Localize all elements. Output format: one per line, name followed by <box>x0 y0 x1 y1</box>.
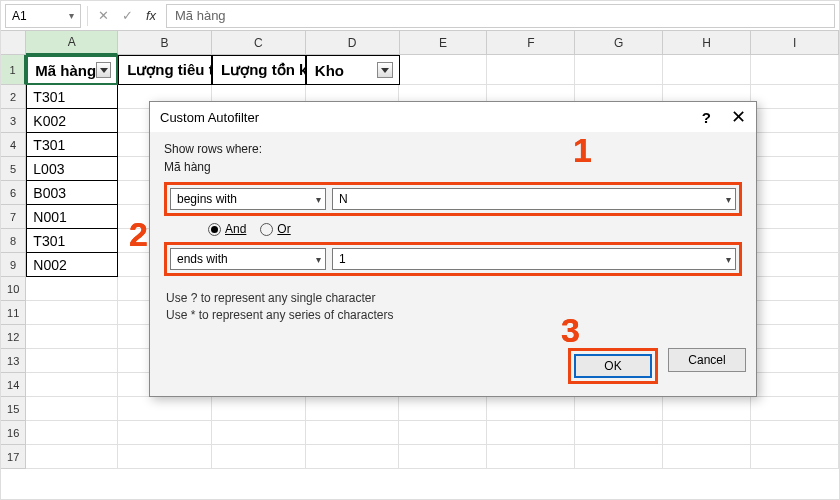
row-head-11[interactable]: 11 <box>1 301 26 325</box>
cell-A1[interactable]: Mã hàng <box>26 55 118 85</box>
cell[interactable] <box>751 85 839 109</box>
cell[interactable] <box>212 397 306 421</box>
cell-A6[interactable]: B003 <box>26 181 118 205</box>
filter-button[interactable] <box>96 62 111 78</box>
cell[interactable] <box>26 421 118 445</box>
cell[interactable] <box>751 133 839 157</box>
cell[interactable] <box>400 55 488 85</box>
cell[interactable] <box>306 397 400 421</box>
select-all-corner[interactable] <box>1 31 26 55</box>
cell[interactable] <box>751 157 839 181</box>
cell-A9[interactable]: N002 <box>26 253 118 277</box>
row-head-7[interactable]: 7 <box>1 205 26 229</box>
cancel-button[interactable]: Cancel <box>668 348 746 372</box>
cell[interactable] <box>26 445 118 469</box>
row-head-10[interactable]: 10 <box>1 277 26 301</box>
cell[interactable] <box>26 277 118 301</box>
cancel-formula-icon[interactable]: ✕ <box>94 7 112 25</box>
row-head-15[interactable]: 15 <box>1 397 26 421</box>
cell[interactable] <box>575 421 663 445</box>
or-radio[interactable]: Or <box>260 222 290 236</box>
row-head-4[interactable]: 4 <box>1 133 26 157</box>
cell[interactable] <box>26 301 118 325</box>
cell[interactable] <box>487 397 575 421</box>
help-button[interactable]: ? <box>702 109 711 126</box>
cell[interactable] <box>663 421 751 445</box>
cell-A4[interactable]: T301 <box>26 133 118 157</box>
cell-C1[interactable]: Lượng tồn kho <box>212 55 306 85</box>
row-head-3[interactable]: 3 <box>1 109 26 133</box>
cell-A7[interactable]: N001 <box>26 205 118 229</box>
col-head-D[interactable]: D <box>306 31 400 55</box>
cell[interactable] <box>306 421 400 445</box>
row-head-12[interactable]: 12 <box>1 325 26 349</box>
cell[interactable] <box>751 109 839 133</box>
and-radio[interactable]: And <box>208 222 246 236</box>
col-head-F[interactable]: F <box>487 31 575 55</box>
formula-input[interactable]: Mã hàng <box>166 4 835 28</box>
dialog-titlebar[interactable]: Custom Autofilter ? ✕ <box>150 102 756 132</box>
cell[interactable] <box>212 445 306 469</box>
cell[interactable] <box>751 277 839 301</box>
col-head-A[interactable]: A <box>26 31 118 55</box>
cell[interactable] <box>575 55 663 85</box>
cell[interactable] <box>399 397 487 421</box>
row-head-9[interactable]: 9 <box>1 253 26 277</box>
cell[interactable] <box>487 445 575 469</box>
cell[interactable] <box>663 397 751 421</box>
col-head-E[interactable]: E <box>400 31 488 55</box>
name-box[interactable]: A1 ▾ <box>5 4 81 28</box>
row-head-1[interactable]: 1 <box>1 55 26 85</box>
cell[interactable] <box>118 397 212 421</box>
cell[interactable] <box>751 349 839 373</box>
col-head-I[interactable]: I <box>751 31 839 55</box>
row-head-8[interactable]: 8 <box>1 229 26 253</box>
row-head-5[interactable]: 5 <box>1 157 26 181</box>
close-button[interactable]: ✕ <box>731 108 746 126</box>
cell[interactable] <box>751 397 839 421</box>
col-head-C[interactable]: C <box>212 31 306 55</box>
cell[interactable] <box>575 397 663 421</box>
cell-D1[interactable]: Kho <box>306 55 400 85</box>
cell[interactable] <box>751 55 839 85</box>
row-head-14[interactable]: 14 <box>1 373 26 397</box>
cell[interactable] <box>26 325 118 349</box>
row-head-17[interactable]: 17 <box>1 445 26 469</box>
row-head-2[interactable]: 2 <box>1 85 26 109</box>
ok-button[interactable]: OK <box>574 354 652 378</box>
cell[interactable] <box>487 55 575 85</box>
row-head-13[interactable]: 13 <box>1 349 26 373</box>
cell[interactable] <box>118 445 212 469</box>
col-head-H[interactable]: H <box>663 31 751 55</box>
cell[interactable] <box>487 421 575 445</box>
cell[interactable] <box>26 349 118 373</box>
fx-icon[interactable]: fx <box>142 8 160 23</box>
row-head-16[interactable]: 16 <box>1 421 26 445</box>
cell[interactable] <box>26 373 118 397</box>
cell[interactable] <box>751 421 839 445</box>
cell-A3[interactable]: K002 <box>26 109 118 133</box>
cell[interactable] <box>399 445 487 469</box>
cell[interactable] <box>118 421 212 445</box>
condition-2-value[interactable]: 1 ▾ <box>332 248 736 270</box>
cell[interactable] <box>751 181 839 205</box>
cell[interactable] <box>751 205 839 229</box>
row-head-6[interactable]: 6 <box>1 181 26 205</box>
cell[interactable] <box>26 397 118 421</box>
cell[interactable] <box>751 229 839 253</box>
cell[interactable] <box>751 301 839 325</box>
enter-formula-icon[interactable]: ✓ <box>118 7 136 25</box>
cell-B1[interactable]: Lượng tiêu thụ <box>118 55 212 85</box>
cell[interactable] <box>212 421 306 445</box>
cell-A2[interactable]: T301 <box>26 85 118 109</box>
cell[interactable] <box>751 445 839 469</box>
cell[interactable] <box>399 421 487 445</box>
condition-1-value[interactable]: N ▾ <box>332 188 736 210</box>
cell-A8[interactable]: T301 <box>26 229 118 253</box>
condition-1-operator[interactable]: begins with ▾ <box>170 188 326 210</box>
cell[interactable] <box>575 445 663 469</box>
cell[interactable] <box>306 445 400 469</box>
col-head-B[interactable]: B <box>118 31 212 55</box>
filter-button[interactable] <box>377 62 393 78</box>
cell[interactable] <box>751 253 839 277</box>
